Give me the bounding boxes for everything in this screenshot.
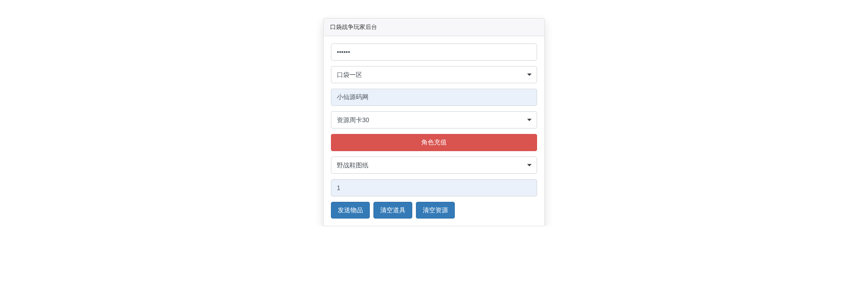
recharge-button-row: 角色充值 [331,134,537,151]
role-name-row [331,89,537,106]
recharge-select[interactable]: 资源周卡30 [331,111,537,129]
zone-select[interactable]: 口袋一区 [331,66,537,83]
page-wrapper: 口袋战争玩家后台 口袋一区 资源周卡30 [0,0,868,226]
quantity-input[interactable] [331,179,537,196]
password-row [331,43,537,61]
recharge-button[interactable]: 角色充值 [331,134,537,151]
card-body: 口袋一区 资源周卡30 角色充值 野战 [324,36,544,226]
quantity-row [331,179,537,196]
action-button-row: 发送物品 清空道具 清空资源 [331,202,537,219]
item-select-wrapper: 野战鞋图纸 [331,157,537,174]
role-name-input[interactable] [331,89,537,106]
clear-resources-button[interactable]: 清空资源 [416,202,455,219]
zone-row: 口袋一区 [331,66,537,83]
recharge-select-wrapper: 资源周卡30 [331,111,537,129]
send-item-button[interactable]: 发送物品 [331,202,370,219]
clear-items-button[interactable]: 清空道具 [373,202,412,219]
password-input[interactable] [331,43,537,61]
recharge-select-row: 资源周卡30 [331,111,537,129]
item-select[interactable]: 野战鞋图纸 [331,157,537,174]
admin-card: 口袋战争玩家后台 口袋一区 资源周卡30 [323,18,545,226]
card-title: 口袋战争玩家后台 [330,24,377,30]
item-select-row: 野战鞋图纸 [331,157,537,174]
zone-select-wrapper: 口袋一区 [331,66,537,83]
card-header: 口袋战争玩家后台 [324,19,544,36]
